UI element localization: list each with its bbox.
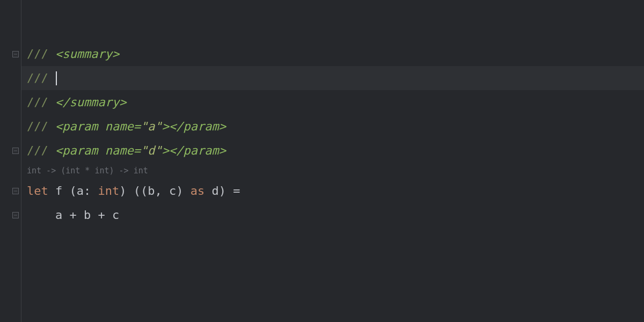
fold-marker-icon[interactable] [12,188,19,194]
gutter [0,0,21,322]
code-line[interactable]: /// <param name="d"></param> [21,138,644,163]
gutter-row [0,114,21,138]
space [62,208,69,222]
space [48,184,55,197]
gutter-row [0,90,21,114]
keyword-let: let [27,184,48,197]
paren-open: ( [141,184,148,197]
ident-c: c [112,208,119,222]
space [62,184,69,197]
code-line[interactable]: let f (a: int) ((b, c) as d) = [21,179,644,203]
space [98,120,105,133]
colon: : [84,184,91,197]
doc-tag-summary-close: </summary> [55,96,126,109]
doc-attr-value: "a" [141,120,162,133]
code-line[interactable]: /// </summary> [21,90,644,114]
code-line[interactable]: a + b + c [21,203,644,227]
doc-comment-slashes: /// [27,47,48,61]
code-editor[interactable]: /// <summary> /// /// </summary> /// <pa… [0,0,644,322]
paren-close: ) [119,184,126,197]
space [48,71,55,85]
code-line[interactable]: /// <param name="a"></param> [21,114,644,138]
gutter-row [0,66,21,90]
space [48,144,55,157]
ident-a: a [55,208,62,222]
inlay-hint-type-signature: int -> (int * int) -> int [21,163,644,179]
doc-attr-value: "d" [141,144,162,157]
doc-comment-slashes: /// [27,96,48,109]
type-int: int [98,184,120,197]
function-name: f [55,184,62,197]
doc-comment-slashes: /// [27,144,48,157]
comma: , [155,184,162,197]
type-signature-text: int -> (int * int) -> int [27,166,148,175]
paren-open: ( [70,184,77,197]
space [184,184,191,197]
gutter-row [0,42,21,66]
paren-close: ) [176,184,183,197]
equals-operator: = [233,184,240,197]
space [127,184,134,197]
paren-close: ) [219,184,226,197]
equals: = [134,144,141,157]
space [77,208,84,222]
ident-b: b [84,208,91,222]
gutter-row [0,203,21,227]
doc-attr-name: name [105,120,134,133]
keyword-as: as [191,184,205,197]
gutter-row [0,179,21,203]
indent [27,208,55,222]
space [226,184,233,197]
doc-comment-slashes: /// [27,120,48,133]
code-line[interactable]: /// <summary> [21,42,644,66]
doc-comment-slashes: /// [27,71,48,85]
param-b: b [148,184,155,197]
doc-tag-param-open: <param [55,120,98,133]
space [48,96,55,109]
space [98,144,105,157]
doc-attr-name: name [105,144,134,157]
doc-tag-param-close: ></param> [162,120,226,133]
param-d: d [212,184,219,197]
code-line-active[interactable]: /// [21,66,644,90]
space [48,120,55,133]
space [204,184,211,197]
code-area[interactable]: /// <summary> /// /// </summary> /// <pa… [21,0,644,322]
space [91,184,98,197]
equals: = [134,120,141,133]
space [91,208,98,222]
fold-marker-icon[interactable] [12,212,19,218]
space [162,184,169,197]
plus-operator: + [98,208,105,222]
doc-tag-param-open: <param [55,144,98,157]
fold-marker-icon[interactable] [12,148,19,154]
paren-open: ( [134,184,141,197]
plus-operator: + [69,208,76,222]
gutter-row [0,138,21,163]
doc-tag-summary-open: <summary> [55,47,119,61]
param-c: c [169,184,176,197]
text-cursor [56,71,57,85]
doc-tag-param-close: ></param> [162,144,226,157]
param-a: a [77,184,84,197]
space [105,208,112,222]
space [48,47,55,61]
fold-marker-icon[interactable] [12,51,19,57]
gutter-row [0,163,21,179]
